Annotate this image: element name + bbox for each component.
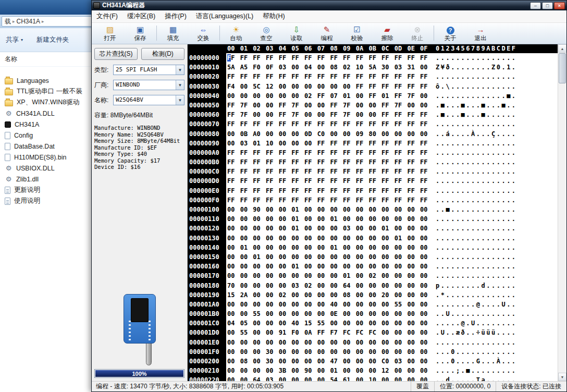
chevron-down-icon[interactable]: ▼ [176, 95, 184, 105]
hex-bytes: 00 00 00 00 00 01 00 00 01 00 00 00 00 0… [226, 214, 434, 224]
hex-row[interactable]: 000001E000 00 00 00 00 00 00 00 00 00 00… [188, 338, 566, 347]
exit-button[interactable]: →退出 [465, 26, 496, 42]
file-name: CH341A [15, 121, 39, 128]
save-button[interactable]: ▣保存 [125, 26, 155, 42]
hex-row[interactable]: 000001A000 00 00 00 00 00 00 00 40 00 00… [188, 300, 566, 309]
hex-bytes: FF FF FF FF FF FF FF FF FF FF FF FF FF F… [226, 186, 434, 195]
find-chip-button[interactable]: 芯片查找(S) [94, 48, 138, 60]
hex-row[interactable]: 0000021000 00 00 00 3B 00 90 00 01 00 00… [188, 366, 566, 375]
scrollbar-thumb[interactable] [559, 53, 566, 83]
hex-row[interactable]: 0000019015 2A 00 00 02 00 00 00 00 08 00… [188, 290, 566, 300]
menu-item[interactable]: 语言(Languages)(L) [191, 10, 258, 22]
hex-row[interactable]: 000000F0FF FF FF FF FF FF FF FF FF FF FF… [188, 195, 566, 205]
maximize-button[interactable]: □ [542, 2, 553, 9]
hex-address: 00000140 [188, 243, 226, 252]
hex-editor[interactable]: 00 01 02 03 04 05 06 07 08 09 0A 0B 0C 0… [188, 44, 566, 381]
hex-row[interactable]: 0000011000 00 00 00 00 01 00 00 01 00 00… [188, 214, 566, 224]
toolbar-label: 保存 [134, 34, 146, 42]
menu-item[interactable]: 文件(F) [92, 10, 122, 22]
menu-item[interactable]: 帮助(H) [258, 10, 289, 22]
hex-row[interactable]: 000000D0FF FF FF FF FF FF FF FF FF FF FF… [188, 176, 566, 186]
hex-row[interactable]: 0000012000 00 00 00 00 01 00 00 00 03 00… [188, 224, 566, 233]
hex-row[interactable]: 00000000FF FF FF FF FF FF FF FF FF FF FF… [188, 53, 566, 63]
verify-button[interactable]: ☑校验 [342, 26, 372, 42]
file-name: CH341A.DLL [16, 110, 55, 117]
stop-button[interactable]: ⊗终止 [402, 26, 433, 42]
hex-row[interactable]: 000000A0FF FF FF FF FF FF FF FF FF FF FF… [188, 148, 566, 157]
breadcrumb-segment[interactable]: CH341A [17, 18, 40, 25]
about-button[interactable]: ?关于 [435, 27, 465, 42]
file-name: Config [14, 132, 33, 139]
hex-row[interactable]: 000001C004 05 00 00 00 40 15 55 00 00 00… [188, 318, 566, 328]
chip-info-line: Memory Type: $40 [94, 151, 184, 157]
hex-row[interactable]: 000000C0FF FF FF FF FF FF FF FF FF FF FF… [188, 167, 566, 176]
new-folder-button[interactable]: 新建文件夹 [36, 35, 69, 44]
hex-row[interactable]: 0000018070 00 00 00 00 03 02 00 00 64 00… [188, 281, 566, 290]
chevron-down-icon[interactable]: ▼ [176, 80, 184, 90]
toolbar-label: 编程 [321, 34, 333, 42]
chip-graphic [92, 294, 187, 365]
hex-row[interactable]: 0000016000 00 00 00 00 01 00 00 00 00 00… [188, 262, 566, 271]
hex-bytes: 00 03 01 10 00 00 00 FF FF FF FF FF FF F… [226, 139, 434, 148]
minimize-button[interactable]: – [530, 2, 541, 9]
open-button[interactable]: ▨打开 [95, 26, 125, 42]
erase-button[interactable]: ▰擦除 [372, 26, 402, 42]
program-button[interactable]: ✎编程 [312, 26, 342, 42]
hex-header: 00 01 02 03 04 05 06 07 08 09 0A 0B 0C 0… [188, 44, 566, 53]
hex-row[interactable]: 00000070FF FF FF FF FF FF FF FF FF FF FF… [188, 119, 566, 129]
hex-row[interactable]: 0000004000 00 00 00 00 00 02 FF 07 01 00… [188, 91, 566, 101]
hex-address: 00000120 [188, 224, 226, 233]
fill-button[interactable]: ▦填充 [158, 26, 188, 42]
hex-row[interactable]: 0000014000 01 00 00 00 00 00 00 01 00 00… [188, 243, 566, 252]
close-button[interactable]: × [554, 2, 565, 9]
hex-row[interactable]: 000000105A A5 F0 0F 03 00 04 00 08 02 10… [188, 63, 566, 72]
hex-row[interactable]: 000001F000 00 00 30 00 00 00 00 00 00 00… [188, 347, 566, 357]
hex-row[interactable]: 0000017000 00 00 00 00 00 00 00 00 01 00… [188, 271, 566, 280]
type-select[interactable]: 25 SPI FLASH ▼ [113, 65, 184, 75]
hex-row[interactable]: 0000009000 03 01 10 00 00 00 FF FF FF FF… [188, 139, 566, 148]
program-icon: ✎ [324, 26, 330, 34]
blank-check-button[interactable]: ◎查空 [251, 26, 281, 42]
auto-button[interactable]: ☀自动 [221, 26, 251, 42]
scroll-up-icon[interactable]: ▲ [558, 44, 566, 53]
hex-row[interactable]: 00000050FF 7F 00 00 FF 7F 00 00 FF 7F 00… [188, 101, 566, 110]
column-header-label: 名称 [5, 55, 17, 64]
hex-bytes: FF 7F 00 00 FF 7F 00 00 FF 7F 00 00 FF F… [226, 110, 434, 119]
hex-row[interactable]: 00000030F4 00 5C 12 00 00 00 00 00 00 FF… [188, 82, 566, 91]
hex-address: 000001B0 [188, 309, 226, 318]
stop-icon: ⊗ [414, 26, 421, 34]
socket-lever [146, 341, 152, 365]
swap-button[interactable]: ⇔交换 [188, 26, 218, 42]
chip-info-line: Memory Name: W25Q64BV [94, 131, 184, 138]
share-button[interactable]: 共享 ▾ [6, 35, 23, 44]
hex-scrollbar[interactable]: ▲ ▼ [558, 44, 566, 381]
menu-item[interactable]: 缓冲区(B) [122, 10, 160, 22]
hex-row[interactable]: 000001D000 55 00 00 91 F0 0A FF F7 FC FC… [188, 328, 566, 337]
hex-row[interactable]: 00000020FF FF FF FF FF FF FF FF FF FF FF… [188, 72, 566, 81]
hex-row[interactable]: 0000020000 08 00 30 00 00 00 00 47 00 00… [188, 357, 566, 366]
titlebar[interactable]: CH341A编程器 – □ × [92, 1, 566, 10]
hex-row[interactable]: 000001B000 00 55 00 00 00 00 00 0E 00 00… [188, 309, 566, 318]
hex-row[interactable]: 000000B0FF FF FF FF FF FF FF FF FF FF FF… [188, 157, 566, 167]
page-icon [5, 154, 10, 161]
hex-row[interactable]: 0000022000 00 64 03 00 00 00 00 54 61 00… [188, 375, 566, 381]
hex-address: 00000010 [188, 63, 226, 72]
hex-ascii: ................ [434, 53, 517, 63]
name-select[interactable]: W25Q64BV ▼ [113, 95, 184, 105]
hex-row[interactable]: 000000E0FF FF FF FF FF FF FF FF FF FF FF… [188, 186, 566, 195]
hex-row[interactable]: 0000013000 00 00 00 00 00 00 00 00 00 00… [188, 234, 566, 243]
breadcrumb-segment[interactable]: 载 [5, 17, 11, 26]
scroll-down-icon[interactable]: ▼ [558, 373, 566, 381]
hex-row[interactable]: 0000008000 0B A0 00 00 00 0D C0 00 00 09… [188, 129, 566, 139]
vendor-select[interactable]: WINBOND ▼ [113, 80, 184, 90]
detect-button[interactable]: 检测(D) [141, 48, 184, 60]
hex-ascii: ...0....G...À... [434, 357, 517, 366]
chip-icon [131, 298, 149, 322]
chevron-down-icon[interactable]: ▼ [176, 65, 184, 75]
hex-row[interactable]: 0000015000 00 01 00 00 00 00 00 00 00 00… [188, 252, 566, 262]
read-button[interactable]: ⇩读取 [281, 26, 312, 42]
menu-item[interactable]: 操作(P) [160, 10, 191, 22]
hex-row[interactable]: 00000060FF 7F 00 00 FF 7F 00 00 FF 7F 00… [188, 110, 566, 119]
hex-bytes: 00 00 00 00 3B 00 90 00 01 00 00 00 12 0… [226, 366, 434, 375]
hex-row[interactable]: 0000010000 00 90 00 00 01 00 00 00 00 00… [188, 205, 566, 214]
